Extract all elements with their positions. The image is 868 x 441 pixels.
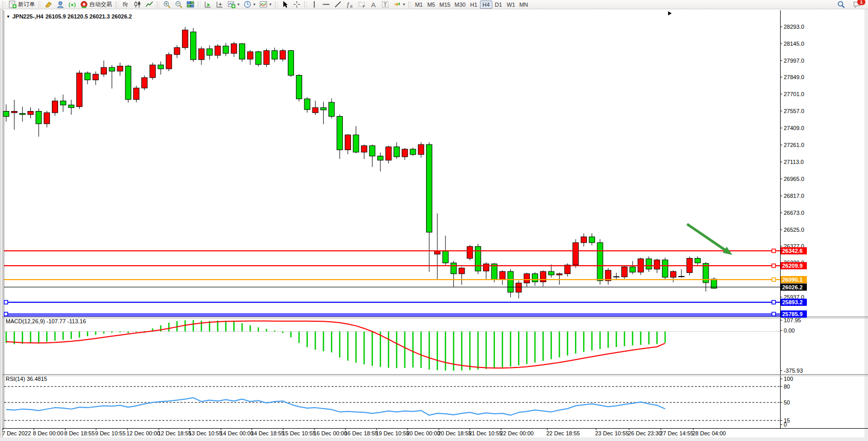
highlighter-icon: [45, 1, 52, 8]
new-chart-button[interactable]: ▾: [226, 1, 242, 9]
timeframe-h1-button[interactable]: H1: [468, 1, 480, 9]
candle-body: [182, 30, 188, 47]
svg-text:27557.0: 27557.0: [784, 108, 804, 114]
vertical-line-button[interactable]: [308, 1, 320, 9]
date-label: 7 Dec 2022: [2, 430, 31, 436]
cursor-button[interactable]: [279, 1, 291, 9]
candle-body: [597, 243, 603, 281]
chart-title: ▼ JPN225-,H4 26105.9 26120.5 26021.3 260…: [6, 13, 132, 20]
line-handle[interactable]: [772, 278, 775, 282]
timeframe-m15-button[interactable]: M15: [437, 1, 452, 9]
line-chart-button[interactable]: [143, 1, 155, 9]
date-label: 16 Dec 18:55: [344, 430, 378, 436]
search-icon: [837, 1, 845, 8]
candle-body: [451, 263, 456, 274]
date-label: 26 Dec 23:30: [628, 430, 661, 436]
timeframe-w1-button[interactable]: W1: [505, 1, 518, 9]
svg-text:50: 50: [784, 399, 790, 406]
svg-text:27261.0: 27261.0: [784, 142, 804, 148]
svg-text:27997.0: 27997.0: [784, 58, 804, 64]
zoom-in-button[interactable]: [161, 1, 173, 9]
highlighter-button[interactable]: [43, 1, 54, 9]
period-button[interactable]: ▾: [242, 1, 257, 9]
macd-label: MACD(12,26,9) -107.77 -113.16: [6, 318, 86, 324]
candle-body: [654, 260, 660, 269]
autotrading-button-label: 自动交易: [89, 1, 112, 8]
candle-body: [418, 144, 424, 154]
shapes-button[interactable]: ▾: [391, 1, 407, 9]
auto-scroll-button[interactable]: [202, 1, 214, 9]
channel-icon: F: [358, 1, 365, 8]
rsi-label: RSI(14) 36.4815: [6, 376, 47, 382]
line-handle[interactable]: [4, 313, 8, 316]
candle-body: [557, 274, 562, 275]
toolbar-separator: [275, 2, 278, 8]
candle-body: [60, 101, 66, 105]
signals-button[interactable]: [66, 1, 78, 9]
candle-body: [117, 66, 123, 71]
candle-body: [223, 46, 229, 53]
candlestick-button[interactable]: [132, 1, 143, 9]
timeframe-m30-button[interactable]: M30: [452, 1, 467, 9]
collapse-triangle-icon[interactable]: ▼: [6, 14, 10, 19]
text-button[interactable]: A: [367, 1, 379, 9]
new-order-button[interactable]: 新订单: [7, 1, 37, 9]
text-label-button[interactable]: T: [379, 1, 391, 9]
chevron-down-icon: ▾: [269, 2, 271, 7]
signal-icon: [68, 1, 76, 8]
candle-body: [337, 116, 343, 150]
candle-body: [402, 149, 408, 157]
candle-body: [125, 66, 131, 100]
search-button[interactable]: [835, 1, 847, 9]
expert-advisor-button[interactable]: [54, 1, 66, 9]
svg-text:0: 0: [784, 421, 787, 428]
candle-body: [695, 259, 700, 263]
autotrading-button[interactable]: 自动交易: [78, 1, 114, 9]
crosshair-button[interactable]: [291, 1, 303, 9]
line-handle[interactable]: [772, 313, 775, 316]
date-label: 15 Dec 10:55: [282, 430, 316, 436]
svg-text:107.95: 107.95: [784, 317, 801, 323]
toolbar-separator: [39, 2, 41, 8]
candle-body: [622, 267, 627, 277]
svg-text:26026.2: 26026.2: [782, 284, 803, 290]
candle-body: [166, 54, 172, 69]
timeframe-mn-button[interactable]: MN: [517, 1, 530, 9]
timeframe-h4-button[interactable]: H4: [480, 1, 492, 9]
auto-scroll-icon: [204, 1, 212, 8]
new-order-icon: [9, 1, 16, 8]
svg-text:27849.0: 27849.0: [784, 74, 804, 80]
candle-body: [280, 50, 286, 59]
candle-body: [614, 277, 619, 277]
line-handle[interactable]: [772, 249, 775, 253]
fibonacci-button[interactable]: fE: [344, 1, 356, 9]
horizontal-line-button[interactable]: [320, 1, 332, 9]
svg-text:26965.0: 26965.0: [784, 176, 804, 182]
line-handle[interactable]: [4, 301, 8, 304]
candle-body: [532, 274, 538, 282]
timeframe-m1-button[interactable]: M1: [413, 1, 425, 9]
tile-windows-button[interactable]: [184, 1, 196, 9]
bar-chart-button[interactable]: [120, 1, 132, 9]
timeframe-m5-button[interactable]: M5: [425, 1, 437, 9]
chat-button[interactable]: 1: [851, 1, 863, 9]
zoom-out-button[interactable]: [173, 1, 184, 9]
candle-body: [427, 144, 432, 232]
chart-shift-button[interactable]: [214, 1, 226, 9]
trendline-button[interactable]: [332, 1, 344, 9]
candle-body: [434, 251, 440, 254]
timeframe-d1-button[interactable]: D1: [492, 1, 505, 9]
candlestick-icon: [134, 1, 141, 8]
channel-button[interactable]: F: [356, 1, 367, 9]
line-handle[interactable]: [772, 264, 775, 268]
template-button[interactable]: ▾: [257, 1, 273, 9]
text-icon: A: [370, 1, 377, 8]
chart-canvas[interactable]: 28293.028145.027997.027849.027701.027557…: [0, 9, 868, 441]
date-label: 21 Dec 10:55: [469, 430, 502, 436]
candle-body: [264, 50, 269, 64]
line-handle[interactable]: [772, 301, 775, 304]
candle-body: [581, 237, 586, 243]
svg-text:A: A: [371, 1, 376, 8]
toolbar-right: 1: [835, 1, 863, 9]
svg-text:E: E: [350, 4, 353, 8]
